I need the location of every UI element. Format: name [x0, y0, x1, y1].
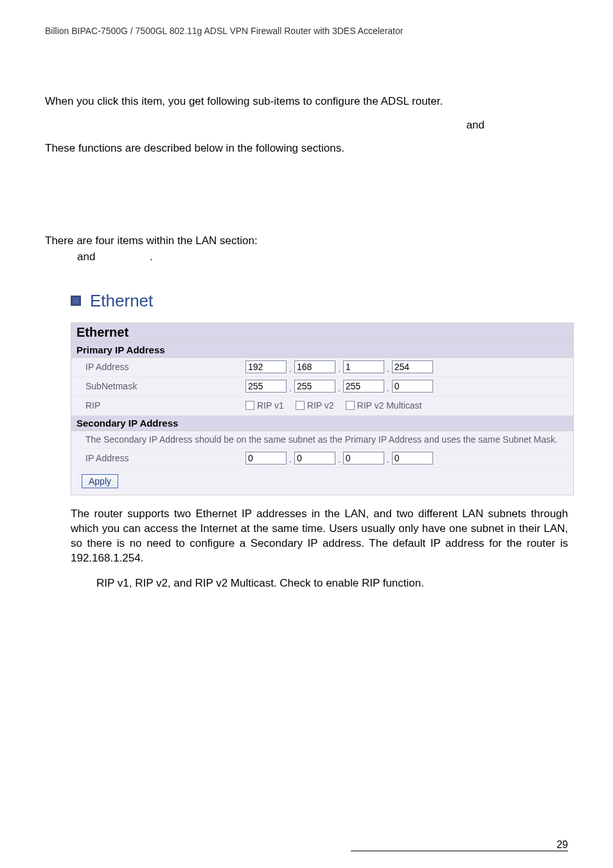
- rip-v2-label: RIP v2: [307, 400, 334, 411]
- label-rip: RIP: [71, 398, 242, 413]
- rip-v2-wrap[interactable]: RIP v2: [296, 400, 334, 411]
- description-para-1: The router supports two Ethernet IP addr…: [71, 507, 568, 566]
- section-heading-row: Ethernet: [71, 291, 568, 311]
- sip-octet-2[interactable]: [294, 452, 335, 465]
- ip-dot: .: [387, 364, 389, 374]
- ip-octet-3[interactable]: [343, 360, 384, 373]
- ip-octet-1[interactable]: [245, 360, 287, 373]
- ip-dot: .: [289, 383, 292, 393]
- row-rip: RIP RIP v1 RIP v2 RIP v2 Multicast: [71, 396, 573, 416]
- row-ip-address: IP Address . . .: [71, 358, 573, 377]
- checkbox-icon: [296, 401, 305, 410]
- rip-checkboxes: RIP v1 RIP v2 RIP v2 Multicast: [242, 398, 573, 412]
- lan-items-line1: There are four items within the LAN sect…: [45, 235, 258, 247]
- footer-page-number: 29: [351, 839, 568, 851]
- ip-dot: .: [289, 364, 292, 374]
- sip-octet-3[interactable]: [343, 452, 384, 465]
- subnetmask-inputs: . . .: [242, 378, 573, 395]
- ip-address-inputs: . . .: [242, 359, 573, 376]
- intro-and: and: [45, 119, 568, 132]
- lan-items-and: and: [77, 251, 95, 263]
- secondary-ip-note: The Secondary IP Address should be on th…: [71, 431, 573, 449]
- page-header: Billion BIPAC-7500G / 7500GL 802.11g ADS…: [45, 26, 568, 36]
- ip-dot: .: [387, 454, 389, 465]
- checkbox-icon: [245, 401, 254, 410]
- label-secondary-ip: IP Address: [71, 450, 242, 466]
- checkbox-icon: [346, 401, 355, 410]
- intro-line-2: These functions are described below in t…: [45, 141, 568, 157]
- primary-ip-header: Primary IP Address: [71, 342, 573, 358]
- sip-octet-4[interactable]: [392, 452, 433, 465]
- mask-octet-3[interactable]: [343, 380, 384, 393]
- ethernet-config-table: Ethernet Primary IP Address IP Address .…: [71, 323, 574, 496]
- table-title: Ethernet: [71, 323, 573, 342]
- mask-octet-2[interactable]: [294, 380, 335, 393]
- sip-octet-1[interactable]: [245, 452, 287, 465]
- lan-items-paragraph: There are four items within the LAN sect…: [45, 233, 568, 265]
- svg-rect-1: [73, 297, 79, 304]
- rip-v1-wrap[interactable]: RIP v1: [245, 400, 284, 411]
- description-para-2: RIP v1, RIP v2, and RIP v2 Multicast. Ch…: [96, 576, 568, 591]
- row-secondary-ip: IP Address . . .: [71, 448, 573, 468]
- apply-row: Apply: [71, 468, 573, 495]
- rip-v2-multicast-label: RIP v2 Multicast: [357, 400, 422, 411]
- row-subnetmask: SubNetmask . . .: [71, 377, 573, 396]
- label-ip-address: IP Address: [71, 359, 242, 375]
- apply-button[interactable]: Apply: [82, 474, 118, 488]
- section-bullet-icon: [71, 296, 81, 306]
- ip-dot: .: [338, 383, 341, 393]
- rip-v1-label: RIP v1: [257, 400, 284, 411]
- lan-items-dot: .: [150, 251, 153, 263]
- intro-line-1: When you click this item, you get follow…: [45, 94, 568, 110]
- label-subnetmask: SubNetmask: [71, 378, 242, 394]
- secondary-ip-header: Secondary IP Address: [71, 416, 573, 431]
- secondary-ip-inputs: . . .: [242, 449, 573, 466]
- section-title: Ethernet: [90, 291, 153, 311]
- mask-octet-4[interactable]: [392, 380, 433, 393]
- ip-dot: .: [387, 383, 389, 393]
- ip-dot: .: [338, 364, 341, 374]
- ip-dot: .: [338, 454, 341, 465]
- ip-octet-4[interactable]: [392, 360, 433, 373]
- rip-v2-multicast-wrap[interactable]: RIP v2 Multicast: [346, 400, 422, 411]
- ip-dot: .: [289, 454, 292, 465]
- ip-octet-2[interactable]: [294, 360, 335, 373]
- mask-octet-1[interactable]: [245, 380, 287, 393]
